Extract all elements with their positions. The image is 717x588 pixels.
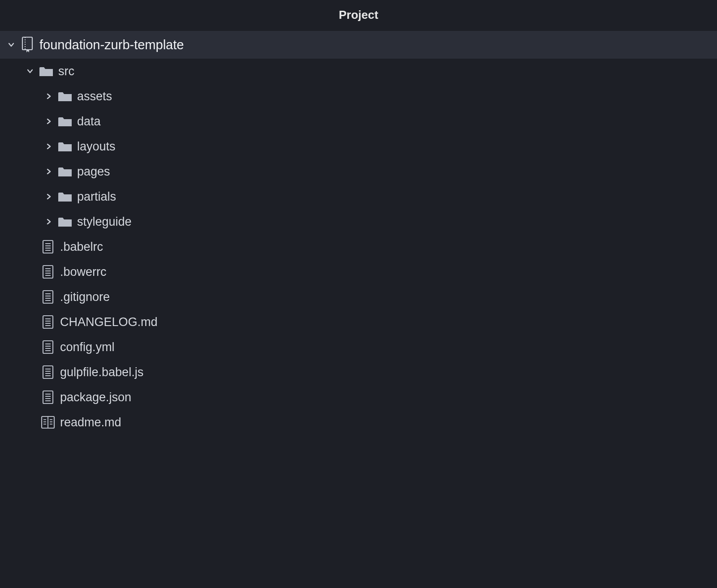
tree-item-label: styleguide xyxy=(77,215,132,229)
tree-item-folder[interactable]: partials xyxy=(0,184,717,209)
tree-item-project-root[interactable]: foundation-zurb-template xyxy=(0,31,717,59)
tree-item-folder-src[interactable]: src xyxy=(0,59,717,84)
book-icon xyxy=(40,415,56,430)
folder-icon xyxy=(57,214,73,229)
chevron-down-icon xyxy=(6,42,16,47)
tree-item-folder[interactable]: pages xyxy=(0,159,717,184)
file-icon xyxy=(40,390,56,405)
tree-item-label: .bowerrc xyxy=(60,265,107,279)
tree-item-label: package.json xyxy=(60,391,131,404)
chevron-down-icon xyxy=(25,69,35,74)
tree-item-label: layouts xyxy=(77,140,116,154)
file-icon xyxy=(40,239,56,254)
tree-item-folder[interactable]: assets xyxy=(0,84,717,109)
tree-item-folder[interactable]: styleguide xyxy=(0,209,717,234)
tree-item-file[interactable]: gulpfile.babel.js xyxy=(0,360,717,385)
file-icon xyxy=(40,365,56,380)
chevron-right-icon xyxy=(44,169,54,174)
tree-item-label: foundation-zurb-template xyxy=(39,38,184,52)
tree-item-label: gulpfile.babel.js xyxy=(60,365,143,379)
chevron-right-icon xyxy=(44,194,54,199)
tree-item-file[interactable]: .bowerrc xyxy=(0,259,717,284)
tree-item-label: .gitignore xyxy=(60,290,110,304)
tree-item-folder[interactable]: layouts xyxy=(0,134,717,159)
tree-item-file[interactable]: package.json xyxy=(0,385,717,410)
file-icon xyxy=(40,314,56,330)
panel-title: Project xyxy=(0,0,717,31)
folder-icon xyxy=(57,189,73,204)
file-icon xyxy=(40,339,56,355)
file-tree: foundation-zurb-template src assets data… xyxy=(0,31,717,435)
folder-icon xyxy=(57,139,73,154)
tree-item-label: .babelrc xyxy=(60,240,103,254)
file-icon xyxy=(40,289,56,305)
tree-item-label: pages xyxy=(77,165,110,179)
file-icon xyxy=(40,264,56,279)
chevron-right-icon xyxy=(44,144,54,149)
folder-icon xyxy=(57,114,73,129)
tree-item-file[interactable]: config.yml xyxy=(0,335,717,360)
chevron-right-icon xyxy=(44,119,54,124)
folder-icon xyxy=(57,164,73,179)
chevron-right-icon xyxy=(44,94,54,99)
tree-item-label: src xyxy=(58,64,74,78)
folder-icon xyxy=(57,89,73,104)
repo-icon xyxy=(20,37,35,52)
tree-item-label: partials xyxy=(77,190,116,204)
tree-item-folder[interactable]: data xyxy=(0,109,717,134)
folder-icon xyxy=(39,64,54,79)
tree-item-label: assets xyxy=(77,90,112,103)
tree-item-label: data xyxy=(77,115,101,129)
chevron-right-icon xyxy=(44,219,54,224)
tree-item-file[interactable]: readme.md xyxy=(0,410,717,435)
tree-item-label: readme.md xyxy=(60,416,121,429)
tree-item-file[interactable]: .babelrc xyxy=(0,234,717,259)
tree-item-file[interactable]: CHANGELOG.md xyxy=(0,309,717,335)
tree-item-label: CHANGELOG.md xyxy=(60,315,158,329)
tree-item-file[interactable]: .gitignore xyxy=(0,284,717,309)
tree-item-label: config.yml xyxy=(60,340,115,354)
